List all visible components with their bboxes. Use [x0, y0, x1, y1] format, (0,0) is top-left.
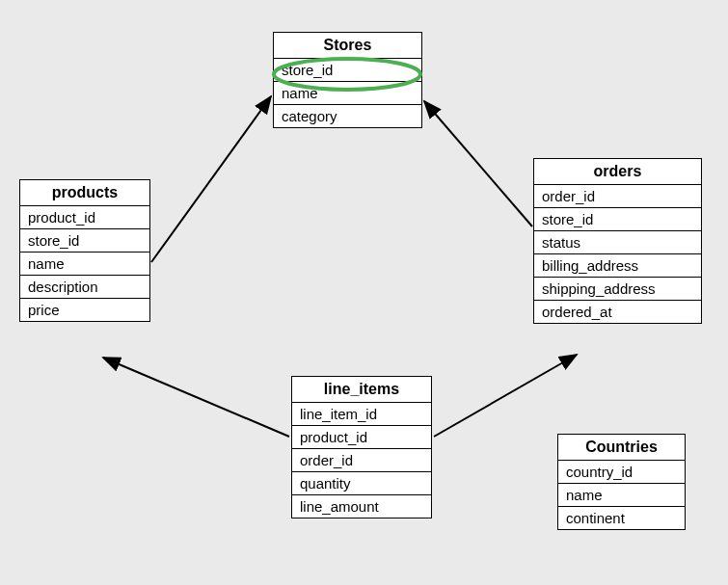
- entity-field-price: price: [20, 299, 149, 321]
- entity-countries: Countries country_id name continent: [557, 434, 686, 530]
- arrow-lineitems-to-products: [103, 358, 289, 437]
- entity-header: products: [20, 180, 149, 206]
- entity-products: products product_id store_id name descri…: [19, 179, 150, 322]
- entity-field-continent: continent: [558, 507, 685, 529]
- entity-field-description: description: [20, 276, 149, 299]
- entity-field-name: name: [20, 253, 149, 276]
- entity-field-store-id: store_id: [534, 208, 701, 231]
- entity-field-store-id: store_id: [274, 59, 421, 82]
- arrow-products-to-stores: [151, 96, 271, 262]
- entity-field-quantity: quantity: [292, 472, 431, 495]
- entity-field-product-id: product_id: [292, 426, 431, 449]
- entity-field-billing-address: billing_address: [534, 254, 701, 278]
- entity-field-ordered-at: ordered_at: [534, 301, 701, 323]
- entity-field-name: name: [274, 82, 421, 105]
- entity-header: orders: [534, 159, 701, 185]
- arrow-orders-to-stores: [424, 101, 532, 226]
- arrow-lineitems-to-orders: [434, 355, 577, 437]
- entity-field-status: status: [534, 231, 701, 254]
- entity-field-line-item-id: line_item_id: [292, 403, 431, 426]
- entity-orders: orders order_id store_id status billing_…: [533, 158, 702, 324]
- entity-field-order-id: order_id: [292, 449, 431, 472]
- entity-field-product-id: product_id: [20, 206, 149, 229]
- entity-field-line-amount: line_amount: [292, 495, 431, 518]
- entity-field-name: name: [558, 484, 685, 507]
- entity-field-shipping-address: shipping_address: [534, 278, 701, 301]
- entity-header: Countries: [558, 435, 685, 461]
- entity-header: Stores: [274, 33, 421, 59]
- entity-stores: Stores store_id name category: [273, 32, 422, 128]
- entity-field-order-id: order_id: [534, 185, 701, 208]
- entity-header: line_items: [292, 377, 431, 403]
- entity-field-store-id: store_id: [20, 229, 149, 253]
- entity-field-category: category: [274, 105, 421, 127]
- entity-line-items: line_items line_item_id product_id order…: [291, 376, 432, 519]
- entity-field-country-id: country_id: [558, 461, 685, 484]
